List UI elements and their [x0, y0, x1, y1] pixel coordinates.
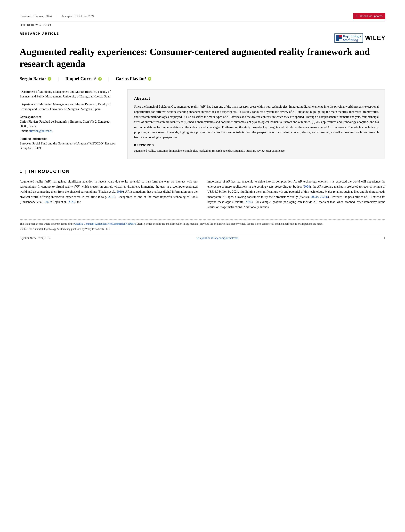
footer-journal-url: wileyonlinelibrary.com/journal/mar — [196, 236, 238, 240]
article-title: Augmented reality experiences: Consumer-… — [20, 46, 385, 70]
footer-page-number: 1 — [384, 236, 385, 240]
svg-rect-3 — [339, 39, 342, 41]
footer-license-link[interactable]: Creative Commons Attribution-NonCommerci… — [74, 222, 136, 225]
keywords-label: KEYWORDS — [134, 143, 379, 147]
abstract-title: Abstract — [134, 95, 379, 101]
author-2-sup: 2 — [95, 76, 96, 79]
article-type: RESEARCH ARTICLE — [20, 32, 59, 36]
top-bar: Received: 8 January 2024 Accepted: 7 Oct… — [20, 13, 385, 22]
author-3: Carlos Flavián2 — [116, 76, 151, 81]
affiliation-1: 1Department of Marketing Management and … — [20, 89, 118, 99]
svg-rect-2 — [339, 37, 342, 39]
check-updates-area[interactable]: ↻ Check for updates — [353, 13, 385, 19]
affiliation-2: 2Department of Marketing Management and … — [20, 102, 118, 111]
check-updates-button[interactable]: ↻ Check for updates — [353, 13, 385, 19]
correspondence-text: Carlos Flavián, Facultad de Economía y E… — [20, 119, 118, 129]
doi-label: DOI: — [20, 23, 26, 27]
accepted-section: Accepted: 7 October 2024 — [57, 14, 94, 18]
keywords-text: augmented reality, consumer, immersive t… — [134, 149, 379, 153]
abstract-text: Since the launch of Pokémon Go, augmente… — [134, 104, 379, 140]
publisher-name: WILEY — [365, 35, 385, 41]
cite-flavian-2019[interactable]: 2019 — [117, 190, 123, 193]
dates-row: Received: 8 January 2024 Accepted: 7 Oct… — [20, 14, 353, 18]
author-3-orcid[interactable] — [148, 77, 151, 81]
main-two-col: 1Department of Marketing Management and … — [20, 89, 385, 159]
funding-text: European Social Fund and the Government … — [20, 141, 118, 151]
received-label: Received: — [20, 14, 32, 18]
journal-flag-icon — [336, 35, 342, 41]
affil-1-text: Department of Marketing Management and M… — [20, 90, 111, 98]
doi-line: DOI: 10.1002/mar.22143 — [20, 23, 385, 27]
correspondence-email-line: Email: cflavian@unizar.es — [20, 129, 118, 133]
author-sep-2: | — [108, 76, 109, 81]
journal-logo: Psychology Marketing WILEY — [334, 33, 385, 43]
cite-statista-2024[interactable]: 2024 — [304, 185, 310, 188]
section-1-sep: | — [25, 169, 26, 174]
cite-rauschnabel-2022[interactable]: 2022 — [45, 200, 51, 204]
footer-copyright: © 2024 The Author(s). Psychology & Marke… — [20, 227, 385, 231]
correspondence-label: Correspondence — [20, 115, 118, 119]
intro-text-right: importance of AR has led academia to del… — [207, 179, 385, 210]
received-date: 8 January 2024 — [33, 14, 52, 18]
cite-statista-2023a[interactable]: 2023a — [310, 195, 318, 199]
footer-journal-cite: Psychol Mark. 2024;1–17. — [20, 236, 51, 240]
journal-logo-box: Psychology Marketing — [334, 33, 363, 43]
page: Received: 8 January 2024 Accepted: 7 Oct… — [0, 0, 405, 532]
footer-license: This is an open access article under the… — [20, 222, 385, 226]
authors-row: Sergio Barta1 | Raquel Gurrea2 | Carlos … — [20, 76, 385, 81]
funding-block: Funding information European Social Fund… — [20, 136, 118, 151]
author-1-sup: 1 — [44, 76, 46, 79]
accepted-date: 7 October 2024 — [75, 14, 94, 18]
journal-name-line2: Marketing — [343, 38, 358, 42]
received-section: Received: 8 January 2024 — [20, 14, 57, 18]
author-3-sup: 2 — [145, 76, 146, 79]
cite-statista-2023b[interactable]: 2023b — [320, 195, 328, 199]
intro-col-left: Augmented reality (AR) has gained signif… — [20, 179, 198, 210]
accepted-label: Accepted: — [62, 14, 74, 18]
cite-craig-2013[interactable]: 2013 — [108, 195, 115, 199]
intro-text-left: Augmented reality (AR) has gained signif… — [20, 179, 198, 205]
footer-license-text: This is an open access article under the… — [20, 222, 74, 225]
author-1: Sergio Barta1 — [20, 76, 51, 81]
journal-name: Psychology Marketing — [343, 34, 361, 42]
left-column: 1Department of Marketing Management and … — [20, 89, 118, 159]
author-3-name: Carlos Flavián2 — [116, 76, 146, 81]
update-icon: ↻ — [356, 14, 359, 18]
footer-bar: Psychol Mark. 2024;1–17. wileyonlinelibr… — [20, 234, 385, 240]
author-2-name: Raquel Gurrea2 — [65, 76, 96, 81]
check-updates-label: Check for updates — [360, 14, 383, 18]
right-column: Abstract Since the launch of Pokémon Go,… — [127, 89, 385, 159]
footer-license-cont: License, which permits use and distribut… — [136, 222, 323, 225]
svg-rect-1 — [339, 35, 342, 37]
funding-label: Funding information — [20, 136, 118, 141]
section-1-header: 1 | INTRODUCTION — [20, 169, 385, 174]
journal-name-line1: Psychology — [343, 34, 361, 38]
correspondence-block: Correspondence Carlos Flavián, Facultad … — [20, 115, 118, 133]
author-1-name: Sergio Barta1 — [20, 76, 46, 81]
email-label: Email: — [20, 129, 28, 133]
section-1-number: 1 — [20, 169, 22, 174]
cite-deloitte-2024[interactable]: 2024 — [245, 200, 252, 204]
author-1-orcid[interactable] — [48, 77, 51, 81]
svg-rect-0 — [336, 35, 339, 41]
intro-col-right: importance of AR has led academia to del… — [207, 179, 385, 210]
cite-rejeb-2023[interactable]: 2023 — [68, 200, 74, 204]
affil-2-text: Department of Marketing Management and M… — [20, 102, 111, 111]
section-1-title: INTRODUCTION — [29, 169, 70, 174]
doi-value: 10.1002/mar.22143 — [27, 23, 51, 27]
article-type-row: RESEARCH ARTICLE Psychology Marketing WI… — [20, 32, 385, 43]
author-2: Raquel Gurrea2 — [65, 76, 102, 81]
author-2-orcid[interactable] — [98, 77, 102, 81]
correspondence-email[interactable]: cflavian@unizar.es — [29, 129, 52, 133]
intro-body: Augmented reality (AR) has gained signif… — [20, 179, 385, 210]
abstract-box: Abstract Since the launch of Pokémon Go,… — [127, 89, 385, 159]
author-sep-1: | — [58, 76, 59, 81]
